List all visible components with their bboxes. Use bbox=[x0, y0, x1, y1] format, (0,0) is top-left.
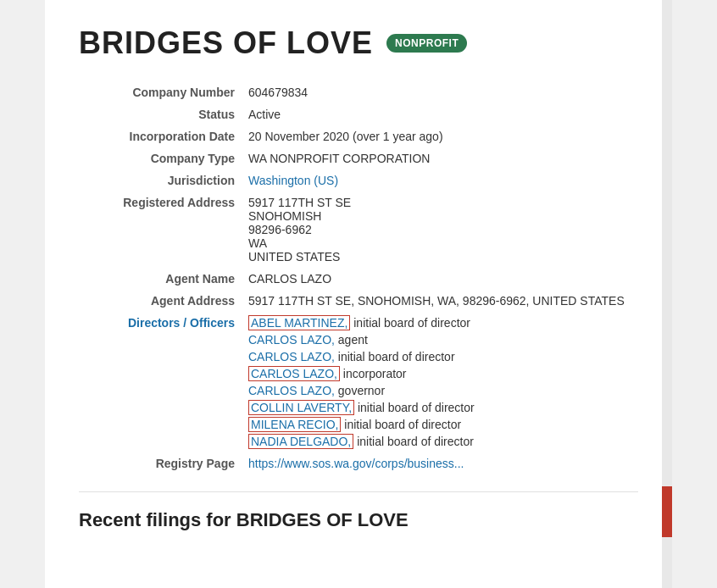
registered-address-label: Registered Address bbox=[79, 191, 248, 268]
directors-label: Directors / Officers bbox=[79, 312, 248, 452]
address-line2: SNOHOMISH bbox=[248, 209, 631, 223]
director-row: CARLOS LAZO, agent bbox=[248, 333, 631, 347]
registry-page-row: Registry Page https://www.sos.wa.gov/cor… bbox=[79, 452, 638, 474]
address-line3: 98296-6962 bbox=[248, 223, 631, 236]
scrollbar[interactable] bbox=[662, 0, 672, 588]
agent-address-value: 5917 117TH ST SE, SNOHOMISH, WA, 98296-6… bbox=[248, 290, 638, 312]
director-role: initial board of director bbox=[350, 316, 470, 330]
agent-address-label: Agent Address bbox=[79, 290, 248, 312]
director-role: agent bbox=[335, 333, 368, 347]
director-name-link[interactable]: COLLIN LAVERTY, bbox=[248, 400, 354, 415]
director-role: initial board of director bbox=[354, 401, 475, 414]
scroll-thumb[interactable] bbox=[662, 486, 672, 537]
agent-address-row: Agent Address 5917 117TH ST SE, SNOHOMIS… bbox=[79, 290, 638, 312]
status-row: Status Active bbox=[79, 103, 638, 125]
address-line1: 5917 117TH ST SE bbox=[248, 196, 631, 209]
directors-list: ABEL MARTINEZ, initial board of director… bbox=[248, 316, 631, 448]
directors-value: ABEL MARTINEZ, initial board of director… bbox=[248, 312, 638, 452]
agent-name-label: Agent Name bbox=[79, 268, 248, 290]
agent-name-row: Agent Name CARLOS LAZO bbox=[79, 268, 638, 290]
recent-filings-title: Recent filings for BRIDGES OF LOVE bbox=[79, 509, 638, 531]
jurisdiction-row: Jurisdiction Washington (US) bbox=[79, 169, 638, 191]
page-container: BRIDGES OF LOVE NONPROFIT Company Number… bbox=[45, 0, 672, 588]
company-number-value: 604679834 bbox=[248, 81, 638, 103]
director-role: incorporator bbox=[340, 367, 407, 380]
director-row: MILENA RECIO, initial board of director bbox=[248, 418, 631, 431]
agent-name-value: CARLOS LAZO bbox=[248, 268, 638, 290]
status-label: Status bbox=[79, 103, 248, 125]
director-row: ABEL MARTINEZ, initial board of director bbox=[248, 316, 631, 330]
section-divider bbox=[79, 491, 638, 492]
director-role: initial board of director bbox=[353, 435, 474, 448]
director-name-link[interactable]: ABEL MARTINEZ, bbox=[248, 315, 350, 330]
company-number-label: Company Number bbox=[79, 81, 248, 103]
info-table: Company Number 604679834 Status Active I… bbox=[79, 81, 638, 474]
director-row: COLLIN LAVERTY, initial board of directo… bbox=[248, 401, 631, 414]
company-type-label: Company Type bbox=[79, 147, 248, 169]
incorporation-date-row: Incorporation Date 20 November 2020 (ove… bbox=[79, 125, 638, 147]
registered-address-row: Registered Address 5917 117TH ST SE SNOH… bbox=[79, 191, 638, 268]
director-role: initial board of director bbox=[341, 418, 461, 431]
company-header: BRIDGES OF LOVE NONPROFIT bbox=[79, 25, 638, 61]
director-name-link[interactable]: NADIA DELGADO, bbox=[248, 434, 353, 449]
status-value: Active bbox=[248, 103, 638, 125]
director-row: CARLOS LAZO, incorporator bbox=[248, 367, 631, 380]
company-type-row: Company Type WA NONPROFIT CORPORATION bbox=[79, 147, 638, 169]
address-line5: UNITED STATES bbox=[248, 250, 631, 263]
registry-page-value[interactable]: https://www.sos.wa.gov/corps/business... bbox=[248, 452, 638, 474]
registry-page-label: Registry Page bbox=[79, 452, 248, 474]
director-role: initial board of director bbox=[335, 350, 455, 363]
director-name-link[interactable]: CARLOS LAZO, bbox=[248, 350, 335, 363]
jurisdiction-value[interactable]: Washington (US) bbox=[248, 169, 638, 191]
company-number-row: Company Number 604679834 bbox=[79, 81, 638, 103]
director-name-link[interactable]: MILENA RECIO, bbox=[248, 417, 341, 432]
directors-row: Directors / Officers ABEL MARTINEZ, init… bbox=[79, 312, 638, 452]
director-row: NADIA DELGADO, initial board of director bbox=[248, 435, 631, 448]
address-line4: WA bbox=[248, 236, 631, 250]
jurisdiction-label: Jurisdiction bbox=[79, 169, 248, 191]
director-row: CARLOS LAZO, initial board of director bbox=[248, 350, 631, 363]
director-role: governor bbox=[335, 384, 385, 397]
incorporation-date-label: Incorporation Date bbox=[79, 125, 248, 147]
director-name-link[interactable]: CARLOS LAZO, bbox=[248, 333, 335, 347]
incorporation-date-value: 20 November 2020 (over 1 year ago) bbox=[248, 125, 638, 147]
nonprofit-badge: NONPROFIT bbox=[386, 34, 467, 53]
director-name-link[interactable]: CARLOS LAZO, bbox=[248, 366, 340, 381]
director-name-link[interactable]: CARLOS LAZO, bbox=[248, 384, 335, 397]
registered-address-value: 5917 117TH ST SE SNOHOMISH 98296-6962 WA… bbox=[248, 191, 638, 268]
company-title: BRIDGES OF LOVE bbox=[79, 25, 373, 61]
company-type-value: WA NONPROFIT CORPORATION bbox=[248, 147, 638, 169]
director-row: CARLOS LAZO, governor bbox=[248, 384, 631, 397]
